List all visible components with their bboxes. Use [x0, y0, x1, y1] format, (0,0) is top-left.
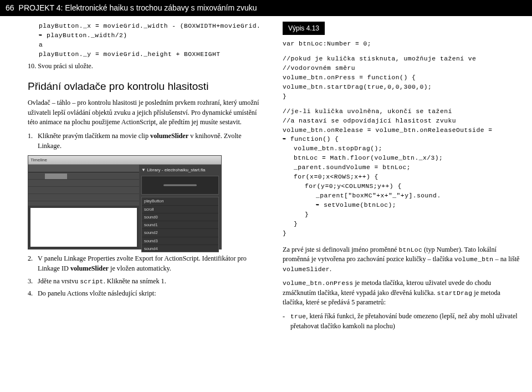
step-1: 1. Klikněte pravým tlačítkem na movie cl… — [28, 131, 266, 151]
library-item: sound2 — [142, 229, 218, 237]
right-column: Výpis 4.13 var btnLoc:Number = 0; //poku… — [283, 22, 521, 331]
code-line: volume_btn.onRelease = volume_btn.onRele… — [283, 126, 521, 135]
mono-term: startDrag — [437, 290, 473, 297]
library-list: playButton scroll sound0 sound1 sound2 s… — [141, 197, 219, 252]
code-line: setVolume(btnLoc); — [283, 201, 521, 210]
left-column: playButton._x = movieGrid._width - (BOXW… — [28, 22, 266, 331]
spacer — [283, 238, 521, 245]
code-line: for(y=0;y<COLUMNS;y++) { — [283, 182, 521, 191]
bullet-content: true, která říká funkci, že přetahování … — [290, 312, 521, 331]
library-item: sound3 — [142, 237, 218, 245]
library-item: sound0 — [142, 213, 218, 221]
code-line: btnLoc = Math.floor(volume_btn._x/3); — [283, 154, 521, 163]
content-columns: playButton._x = movieGrid._width - (BOXW… — [0, 16, 532, 331]
library-item: sound4 — [142, 245, 218, 253]
timeline-tracks — [28, 172, 139, 206]
code-line: _parent.soundVolume = btnLoc; — [283, 163, 521, 172]
code-line: volume_btn.onPress = function() { — [283, 73, 521, 83]
mono-term: script — [80, 278, 103, 285]
mono-term: volume_btn — [454, 256, 494, 263]
step-content: Do panelu Actions vložte následující skr… — [38, 289, 266, 299]
paragraph: Za prvé jste si definovali jméno proměnn… — [283, 245, 521, 274]
spacer — [283, 49, 521, 54]
dash-icon: - — [283, 312, 290, 331]
library-item: scroll — [142, 206, 218, 213]
continuation-arrow-icon — [283, 135, 290, 144]
step-content: Klikněte pravým tlačítkem na movie clip … — [38, 131, 266, 151]
code-line: playButton._width/2) — [28, 31, 266, 40]
code-line: playButton._x = movieGrid._width - (BOXW… — [28, 22, 266, 31]
code-line: } — [283, 210, 521, 220]
code-line: var btnLoc:Number = 0; — [283, 39, 521, 49]
text: – na liště — [493, 255, 519, 263]
mono-term: volume_btn.onPress — [283, 280, 353, 287]
library-panel: ▼ Library - electrohaiku_start.fla playB… — [139, 165, 221, 249]
mono-term: true — [290, 313, 306, 320]
code-comment: //je-li kulička uvolněna, ukončí se taže… — [283, 107, 521, 116]
library-title: ▼ Library - electrohaiku_start.fla — [141, 167, 219, 174]
bold-term: volumeSlider — [70, 264, 109, 272]
bold-term: volumeSlider — [150, 132, 188, 140]
code-line: a — [28, 40, 266, 50]
bullet-item: - true, která říká funkci, že přetahován… — [283, 312, 521, 331]
step-content: V panelu Linkage Properties zvolte Expor… — [38, 254, 266, 273]
code-line: } — [283, 220, 521, 229]
text: , která říká funkci, že přetahování bude… — [290, 312, 518, 330]
step-content: Jděte na vrstvu script. Klikněte na sním… — [38, 277, 266, 287]
code-comment: //pokud je kulička stisknuta, umožňuje t… — [283, 54, 521, 64]
step-10: 10. Svou práci si uložte. — [28, 62, 266, 72]
page-title: PROJEKT 4: Elektronické haiku s trochou … — [19, 2, 257, 14]
step-number: 3. — [28, 277, 38, 287]
code-line: _parent["boxMC"+x+"_"+y].sound. — [283, 191, 521, 201]
library-item: sound1 — [142, 221, 218, 229]
code-text: setVolume(btnLoc); — [324, 202, 396, 208]
code-comment: //a nastaví se odpovídající hlasitost zv… — [283, 116, 521, 126]
step-number: 2. — [28, 254, 38, 273]
timeline-ruler — [28, 165, 139, 172]
step-number: 4. — [28, 289, 38, 299]
step-3: 3. Jděte na vrstvu script. Klikněte na s… — [28, 277, 266, 287]
listing-label: Výpis 4.13 — [283, 22, 325, 35]
code-line: for(x=0;x<ROWS;x++) { — [283, 172, 521, 182]
code-line: } — [283, 229, 521, 238]
section-heading: Přidání ovladače pro kontrolu hlasitosti — [28, 79, 266, 95]
code-comment: //vodorovném směru — [283, 64, 521, 73]
text: . — [330, 265, 331, 273]
library-item: playButton — [142, 197, 218, 205]
paragraph: Ovladač – táhlo – pro kontrolu hlasitost… — [28, 98, 266, 128]
steps-list: 1. Klikněte pravým tlačítkem na movie cl… — [28, 131, 266, 151]
text: . Klikněte na snímek 1. — [104, 277, 166, 285]
continuation-arrow-icon — [316, 201, 324, 210]
step-number: 1. — [28, 131, 38, 151]
steps-list-cont: 2. V panelu Linkage Properties zvolte Ex… — [28, 254, 266, 299]
code-text: playButton._width/2) — [47, 32, 127, 39]
page-number: 66 — [6, 2, 14, 14]
continuation-arrow-icon — [39, 31, 47, 40]
page-header: 66 PROJEKT 4: Elektronické haiku s troch… — [0, 0, 532, 16]
flash-ide-screenshot: Timeline ▼ Library - electrohaiku_start.… — [28, 155, 222, 250]
step-2: 2. V panelu Linkage Properties zvolte Ex… — [28, 254, 266, 273]
text: Klikněte pravým tlačítkem na movie clip — [38, 132, 150, 140]
code-line: } — [283, 92, 521, 101]
code-line: volume_btn.startDrag(true,0,0,300,0); — [283, 83, 521, 92]
library-preview — [141, 176, 219, 195]
text: Za prvé jste si definovali jméno proměnn… — [283, 246, 399, 253]
mono-term: btnLoc — [399, 247, 422, 253]
stage-panel — [28, 165, 139, 249]
spacer — [283, 101, 521, 107]
timeline-bar: Timeline — [28, 156, 221, 165]
code-text: function() { — [290, 136, 339, 142]
code-line: playButton._y = movieGrid._height + BOXH… — [28, 50, 266, 59]
paragraph: volume_btn.onPress je metoda tlačítka, k… — [283, 278, 521, 308]
code-line: volume_btn.stopDrag(); — [283, 144, 521, 154]
step-4: 4. Do panelu Actions vložte následující … — [28, 289, 266, 299]
text: Jděte na vrstvu — [38, 277, 80, 285]
text: je vložen automaticky. — [109, 264, 171, 272]
mono-term: volumeSlider — [283, 266, 330, 273]
code-line: function() { — [283, 135, 521, 144]
stage-canvas — [30, 208, 137, 247]
